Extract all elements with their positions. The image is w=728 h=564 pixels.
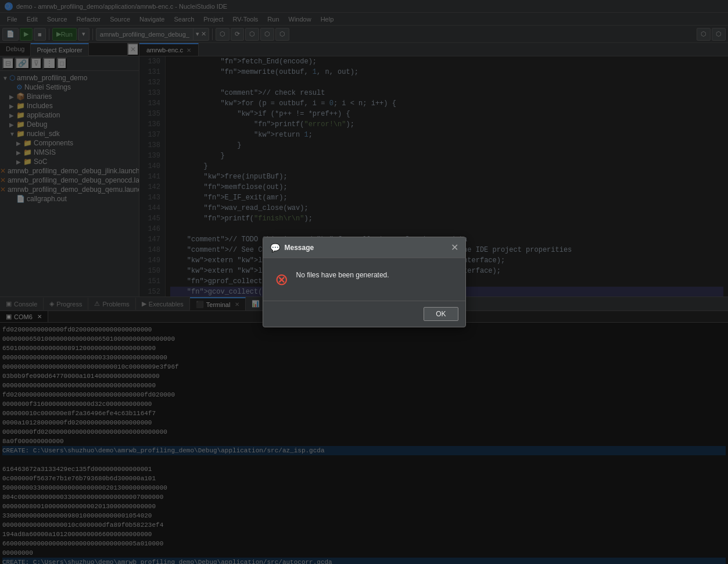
error-icon: ⊗: [275, 270, 288, 289]
dialog-title-bar: 💬 Message ✕: [263, 237, 465, 258]
message-dialog: 💬 Message ✕ ⊗ No files have been generat…: [263, 237, 466, 327]
ok-button[interactable]: OK: [424, 307, 458, 321]
dialog-footer: OK: [263, 301, 465, 327]
dialog-body: ⊗ No files have been generated.: [263, 258, 465, 301]
dialog-title-icon: 💬: [270, 243, 280, 252]
dialog-message: No files have been generated.: [296, 270, 389, 280]
dialog-close-btn[interactable]: ✕: [451, 242, 458, 253]
modal-overlay: 💬 Message ✕ ⊗ No files have been generat…: [0, 0, 728, 564]
dialog-title-text: Message: [285, 244, 451, 252]
